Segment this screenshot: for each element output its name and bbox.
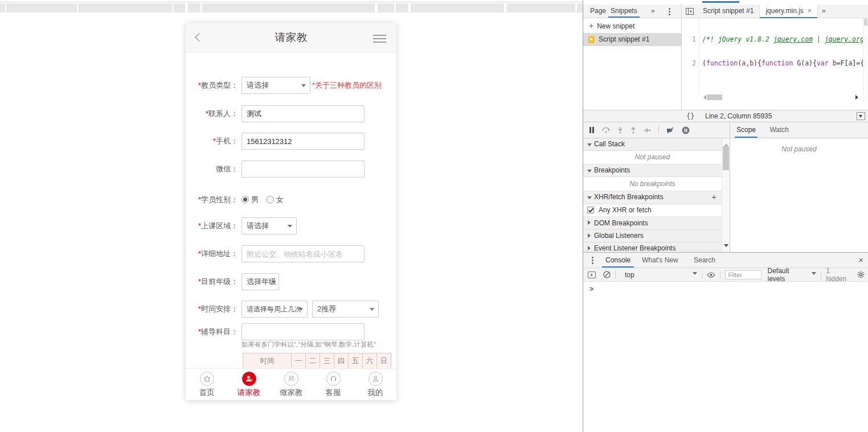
code-line: /*! jQuery v1.8.2 jquery.com | jquery.or… bbox=[702, 35, 863, 43]
plus-icon: + bbox=[589, 21, 593, 30]
area-select[interactable]: 请选择 bbox=[241, 217, 297, 234]
any-xhr-checkbox[interactable] bbox=[587, 207, 594, 213]
address-input[interactable] bbox=[241, 245, 365, 262]
schedule-col-wed[interactable]: 三 bbox=[320, 353, 334, 369]
tab-page[interactable]: Page bbox=[590, 5, 606, 18]
step-into-icon[interactable] bbox=[617, 127, 623, 134]
schedule-col-tue[interactable]: 二 bbox=[306, 353, 320, 369]
schedule-col-thu[interactable]: 四 bbox=[334, 353, 349, 369]
scroll-left-icon[interactable] bbox=[701, 95, 706, 100]
section-global-listeners[interactable]: Global Listeners bbox=[583, 230, 722, 242]
phone-input[interactable] bbox=[241, 133, 365, 150]
vertical-scrollbar[interactable] bbox=[863, 18, 868, 102]
console-tabs: Console What's New Search × bbox=[583, 253, 868, 268]
recommend-select[interactable]: 2推荐 bbox=[312, 301, 379, 318]
chevron-down-icon bbox=[271, 281, 276, 286]
tab-mine[interactable]: 我的 bbox=[354, 369, 396, 400]
snippet-list-item[interactable]: Script snippet #1 bbox=[583, 33, 681, 46]
tab-be-tutor[interactable]: 做家教 bbox=[270, 369, 312, 400]
tab-request-tutor[interactable]: 请家教 bbox=[228, 369, 270, 400]
pretty-print-button[interactable]: {} bbox=[686, 110, 694, 122]
console-drawer: Console What's New Search × top Default … bbox=[583, 252, 868, 432]
scroll-up-icon[interactable] bbox=[724, 141, 728, 146]
chevron-down-icon bbox=[301, 84, 306, 89]
section-xhr-breakpoints[interactable]: XHR/fetch Breakpoints+ bbox=[583, 191, 722, 204]
grade-select[interactable]: 选择年级 bbox=[241, 273, 279, 290]
menu-icon[interactable] bbox=[373, 35, 386, 45]
clear-console-icon[interactable] bbox=[603, 271, 611, 278]
pause-icon[interactable] bbox=[589, 127, 595, 133]
schedule-col-mon[interactable]: 一 bbox=[292, 353, 306, 369]
schedule-col-sat[interactable]: 六 bbox=[363, 353, 377, 369]
mobile-app-frame: 请家教 *教员类型： 请选择 *关于三种教员的区别 *联系人： *手机： 微信：… bbox=[186, 23, 396, 400]
times-per-week-select[interactable]: 请选择每周上几次 bbox=[241, 301, 308, 318]
scrollbar-thumb[interactable] bbox=[707, 94, 722, 100]
drawer-menu-icon[interactable] bbox=[592, 257, 593, 265]
radio-female[interactable] bbox=[267, 196, 274, 203]
wechat-input[interactable] bbox=[241, 161, 365, 178]
tab-watch[interactable]: Watch bbox=[769, 122, 789, 138]
tab-search[interactable]: Search bbox=[694, 253, 715, 268]
tab-snippets[interactable]: Snippets bbox=[611, 5, 637, 18]
scrollbar-thumb[interactable] bbox=[723, 146, 729, 170]
scroll-right-icon[interactable] bbox=[855, 95, 861, 100]
scrollbar-thumb[interactable] bbox=[864, 19, 867, 26]
field-label: *教员类型： bbox=[186, 77, 238, 94]
form-row-address: *详细地址： bbox=[186, 245, 396, 262]
new-snippet-button[interactable]: +New snippet bbox=[583, 18, 681, 33]
debugger-scrollbar[interactable] bbox=[722, 138, 730, 252]
more-editor-tabs-icon[interactable]: » bbox=[818, 5, 826, 18]
more-tabs-icon[interactable]: » bbox=[651, 5, 655, 18]
section-dom-breakpoints[interactable]: DOM Breakpoints bbox=[583, 217, 722, 230]
scroll-down-icon[interactable] bbox=[724, 244, 728, 249]
tab-service[interactable]: 客服 bbox=[312, 369, 354, 400]
horizontal-scrollbar[interactable] bbox=[700, 93, 862, 101]
tab-whats-new[interactable]: What's New bbox=[642, 253, 678, 268]
context-selector[interactable]: top bbox=[625, 271, 697, 279]
section-breakpoints[interactable]: Breakpoints bbox=[583, 164, 722, 177]
line-number-gutter: 1 2 bbox=[682, 18, 699, 93]
gear-icon[interactable] bbox=[857, 271, 865, 278]
pause-on-exceptions-icon[interactable] bbox=[682, 126, 690, 134]
step-out-icon[interactable] bbox=[630, 127, 636, 134]
section-call-stack[interactable]: Call Stack bbox=[583, 138, 722, 151]
toolbar-divider bbox=[821, 271, 821, 279]
step-icon[interactable] bbox=[644, 127, 651, 133]
editor-tab-snippet[interactable]: Script snippet #1 bbox=[697, 5, 760, 18]
contact-input[interactable] bbox=[241, 105, 365, 122]
tab-scope[interactable]: Scope bbox=[736, 122, 756, 138]
console-messages[interactable]: > bbox=[583, 282, 868, 432]
filter-dropdown-icon[interactable] bbox=[857, 112, 865, 120]
console-sidebar-icon[interactable] bbox=[588, 271, 596, 278]
form-row-tutor-type: *教员类型： 请选择 *关于三种教员的区别 bbox=[186, 77, 396, 94]
browser-strip-divider bbox=[0, 2, 583, 2]
collapsed-icon bbox=[588, 233, 593, 238]
deactivate-breakpoints-icon[interactable] bbox=[666, 127, 674, 134]
navigator-menu-icon[interactable] bbox=[669, 8, 670, 17]
radio-male[interactable] bbox=[241, 196, 249, 203]
step-over-icon[interactable] bbox=[602, 127, 610, 133]
console-prompt-icon[interactable]: > bbox=[589, 285, 593, 293]
schedule-col-fri[interactable]: 五 bbox=[349, 353, 363, 369]
subjects-input[interactable] bbox=[241, 323, 365, 340]
code-editor[interactable]: 1 2 /*! jQuery v1.8.2 jquery.com | jquer… bbox=[682, 18, 863, 93]
collapsed-icon bbox=[588, 246, 593, 250]
schedule-col-sun[interactable]: 日 bbox=[377, 353, 391, 369]
tutor-type-note-link[interactable]: *关于三种教员的区别 bbox=[312, 77, 382, 94]
editor-tabs: Script snippet #1 jquery.min.js× » bbox=[682, 5, 868, 18]
tutor-type-select[interactable]: 请选择 bbox=[241, 77, 310, 94]
levels-dropdown[interactable]: Default levels bbox=[767, 267, 816, 283]
close-tab-icon[interactable]: × bbox=[808, 7, 812, 15]
console-filter-input[interactable] bbox=[725, 270, 761, 279]
page-title: 请家教 bbox=[186, 23, 396, 52]
hidden-messages-count: 1 hidden bbox=[826, 267, 852, 283]
tab-console[interactable]: Console bbox=[605, 253, 630, 268]
close-drawer-icon[interactable]: × bbox=[858, 253, 863, 268]
tab-home[interactable]: 首页 bbox=[186, 369, 228, 400]
eye-icon[interactable] bbox=[707, 272, 715, 278]
toggle-navigator-icon[interactable] bbox=[682, 5, 697, 18]
editor-tab-jquery[interactable]: jquery.min.js× bbox=[760, 5, 817, 18]
section-event-listener-breakpoints[interactable]: Event Listener Breakpoints bbox=[583, 242, 722, 252]
add-xhr-breakpoint-icon[interactable]: + bbox=[711, 191, 716, 203]
strip-block bbox=[202, 3, 375, 13]
